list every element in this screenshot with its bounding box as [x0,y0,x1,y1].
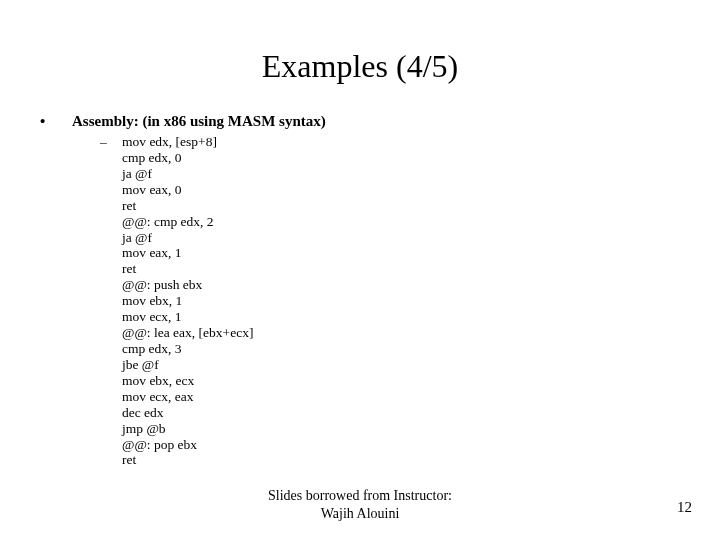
content-area: • Assembly: (in x86 using MASM syntax) –… [0,113,720,468]
bullet-label: Assembly: (in x86 using MASM syntax) [72,113,326,130]
code-block: mov edx, [esp+8] cmp edx, 0 ja @f mov ea… [122,134,253,468]
footer-line-1: Slides borrowed from Instructor: [0,487,720,505]
bullet-item: • Assembly: (in x86 using MASM syntax) [38,113,682,130]
slide-title: Examples (4/5) [0,48,720,85]
sub-bullet-item: – mov edx, [esp+8] cmp edx, 0 ja @f mov … [38,134,682,468]
footer-line-2: Wajih Alouini [0,505,720,523]
bullet-icon: • [38,113,72,130]
page-number: 12 [677,499,692,516]
footer-credit: Slides borrowed from Instructor: Wajih A… [0,487,720,522]
dash-icon: – [100,134,122,150]
